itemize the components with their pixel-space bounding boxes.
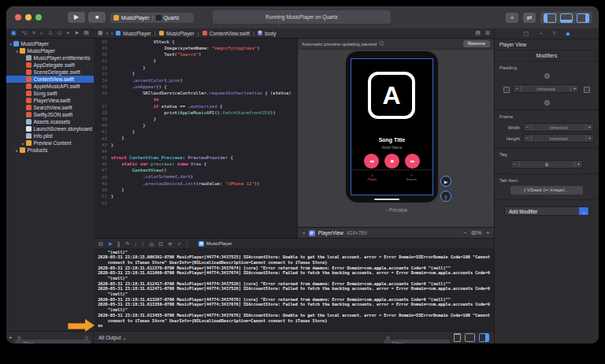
height-stepper[interactable]: − Inherited + [523,134,594,143]
code-line[interactable]: 46 static var previews: some View { [94,161,297,167]
code-line[interactable]: 48 .colorScheme(.dark) [94,174,297,180]
forward-button[interactable]: ▶▶ [405,154,420,169]
file-inspector-icon[interactable]: ▢ [523,31,529,37]
tag-stepper[interactable]: − 0 + [510,160,583,169]
close-window-button[interactable] [15,14,21,20]
plus-icon[interactable]: + [571,86,578,91]
file-row[interactable]: SwiftyJSON.swift [6,111,94,118]
project-navigator-icon[interactable]: ▣ [11,28,17,38]
file-row[interactable]: Info.plist [6,132,94,139]
test-navigator-icon[interactable]: ◇ [58,28,61,38]
code-line[interactable]: 38 print(AppleMusicAPI().fetchStorefront… [94,110,297,116]
file-row[interactable]: Song.swift [6,90,94,97]
code-line[interactable]: 45struct ContentView_Previews: PreviewPr… [94,154,297,161]
live-preview-button[interactable]: ▶ [440,176,451,187]
report-navigator-icon[interactable]: ▤ [84,28,89,38]
step-into-icon[interactable]: ↓ [134,239,137,249]
rewind-button[interactable]: ◀◀ [364,154,379,169]
code-line[interactable]: 28 VStack { [94,39,297,45]
disclosure-icon[interactable]: ▸ [14,148,20,153]
step-out-icon[interactable]: ↑ [142,239,145,249]
info-icon[interactable]: ⓘ [379,40,384,47]
attributes-inspector-icon[interactable]: ◆ [566,31,570,37]
width-stepper[interactable]: − Inherited + [523,123,594,132]
breakpoints-toggle-icon[interactable]: ➤ [108,239,113,249]
source-control-navigator-icon[interactable]: ⌥ [21,28,28,38]
inspector-toggle-icon[interactable] [577,13,589,23]
file-row[interactable]: ContentView.swift [6,76,94,83]
issue-navigator-icon[interactable]: ⚠ [48,28,53,38]
code-line[interactable]: 39 } [94,116,297,122]
code-line[interactable]: 37 if status == .authorized { [94,103,297,110]
pin-icon[interactable]: ⌖ [302,230,306,236]
navigator-toggle-icon[interactable] [544,13,556,23]
code-line[interactable]: 35 .onAppear() { [94,84,297,90]
file-row[interactable]: ▸Preview Content [6,139,94,147]
console-filter-input[interactable] [384,340,450,344]
plus-icon[interactable]: + [586,124,593,130]
file-row[interactable]: ▾MusicPlayer [6,40,94,47]
tab-item-value-button[interactable]: { VStack {↩ Image(… [510,186,583,195]
forward-icon[interactable]: › [111,31,113,36]
zoom-level[interactable]: 60% [471,230,481,236]
hide-console-icon[interactable]: ⊟ [98,239,103,249]
pause-button[interactable]: ▮▮ [384,154,399,169]
code-line[interactable]: 32 } [94,65,297,71]
plus-icon[interactable]: + [575,162,582,167]
code-line[interactable]: 52 [94,200,297,206]
debug-area-toggle-icon[interactable] [560,13,573,23]
debug-navigator-icon[interactable]: ⌖ [67,28,70,38]
file-row[interactable]: ▸Products [6,147,94,154]
code-line[interactable]: 51} [94,193,297,199]
iphone-preview[interactable]: A Song Title Artist Name ◀◀ ▮▮ ▶▶ ♪ Play… [345,50,439,203]
recent-files-icon[interactable]: ◷ [84,335,89,340]
code-line[interactable]: 29 Image(systemName: "magnifyingglass") [94,45,297,51]
tab-search[interactable]: ⌕ Search [392,170,432,184]
preview-view-name[interactable]: PlayerView [318,230,343,236]
back-icon[interactable]: ‹ [106,31,108,36]
editor-arrangement-button[interactable]: ⇄ [523,13,536,23]
add-editor-icon[interactable]: ⊞ [485,30,490,36]
zoom-window-button[interactable] [35,14,42,20]
code-line[interactable]: 31 } [94,58,297,65]
breadcrumb-item[interactable]: MusicPlayer [123,31,150,36]
code-line[interactable]: 36 SKCloudServiceController.requestAutho… [94,90,297,96]
code-line[interactable]: 30 Text("Search") [94,51,297,58]
plus-icon[interactable]: + [586,136,593,141]
scheme-selector[interactable]: MusicPlayer ⟩ Quartz [110,13,194,23]
history-inspector-icon[interactable]: ◔ [539,31,542,36]
console[interactable]: "(null)"2020-05-31 23:18:15.006392-0700 … [94,248,494,331]
padding-bottom-handle[interactable] [544,100,550,106]
padding-stepper[interactable]: − Inherited + [513,84,579,93]
code-line[interactable]: 34 .accentColor(.pink) [94,77,297,84]
padding-leading-checkbox[interactable] [503,87,510,93]
file-row[interactable]: ▾MusicPlayer [6,47,94,54]
memory-graph-icon[interactable]: ≋ [168,239,173,249]
file-row[interactable]: SceneDelegate.swift [6,69,94,76]
add-file-button[interactable]: + [9,334,13,341]
zoom-in-button[interactable]: + [486,230,489,236]
related-items-icon[interactable]: ▦ [98,30,103,36]
disclosure-icon[interactable]: ▾ [8,42,13,46]
clear-console-icon[interactable] [454,333,461,342]
breadcrumb-item[interactable]: MusicPlayer [166,31,194,36]
minus-icon[interactable]: − [524,136,531,141]
file-row[interactable]: SearchView.swift [6,104,94,111]
view-debugger-icon[interactable]: ⊡ [158,239,163,249]
file-row[interactable]: LaunchScreen.storyboard [6,125,94,132]
padding-top-handle[interactable] [544,73,550,79]
minus-icon[interactable]: − [511,162,518,167]
run-button[interactable]: ▶ [68,12,85,23]
pause-icon[interactable]: ∥ [117,239,121,249]
console-view-toggle-icon[interactable] [479,333,489,342]
navigator-filter-input[interactable] [15,340,91,344]
phone-screen[interactable]: A Song Title Artist Name ◀◀ ▮▮ ▶▶ ♪ Play… [351,58,433,195]
file-row[interactable]: PlayerView.swift [6,97,94,104]
navigator-filter-field[interactable]: ⊙ ◷ [15,334,91,342]
code-line[interactable]: 41 } [94,129,297,136]
stop-button[interactable]: ■ [88,12,106,23]
variables-view-toggle-icon[interactable] [465,333,475,342]
code-line[interactable]: 42 } [94,136,297,142]
preview-on-device-button[interactable]: ▯ [440,191,451,202]
tab-player[interactable]: ♪ Player [352,170,392,184]
